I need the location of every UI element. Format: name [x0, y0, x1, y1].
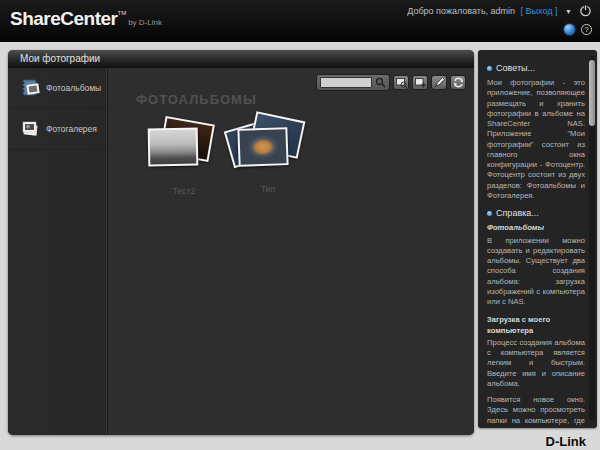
refresh-icon	[453, 77, 464, 88]
dlink-logo: D-Link	[546, 434, 586, 449]
edit-album-button[interactable]	[431, 75, 447, 90]
albums-content: ФОТОАЛЬБОМЫ Тест2 Тип	[108, 68, 474, 435]
logo-tm: TM	[118, 10, 127, 16]
window-body: Фотоальбомы Фотогалерея	[8, 68, 474, 435]
welcome-row: Добро пожаловать, admin [ Выход ] ▼	[407, 6, 572, 16]
bullet-icon	[487, 211, 492, 216]
sidebar-item-photoalbums[interactable]: Фотоальбомы	[8, 68, 107, 109]
language-globe-icon[interactable]	[564, 24, 575, 35]
help-icon[interactable]: ?	[581, 24, 592, 35]
photo-preview-icon	[396, 77, 407, 88]
album-item[interactable]: Тип	[226, 116, 310, 192]
logo-byline: by D-Link	[128, 18, 162, 27]
my-photos-window: Мои фотографии Фотоальбомы Фот	[8, 50, 474, 435]
sidebar-item-label: Фотоальбомы	[46, 83, 101, 93]
help-scrollbar-thumb[interactable]	[589, 60, 595, 126]
help-title: Справка...	[496, 207, 539, 219]
photo-albums-icon	[20, 78, 42, 98]
album-item[interactable]: Тест2	[142, 118, 226, 194]
sidebar-item-photogallery[interactable]: Фотогалерея	[8, 109, 107, 150]
magnifier-icon[interactable]	[375, 77, 386, 88]
album-cover-photo	[237, 127, 288, 167]
chevron-down-icon[interactable]: ▼	[565, 8, 572, 15]
sidebar: Фотоальбомы Фотогалерея	[8, 68, 108, 435]
help-section-body: В приложении можно создавать и редактиро…	[487, 236, 585, 308]
help-panel: Советы... Мои фотографии - это приложени…	[478, 50, 597, 428]
search-box	[316, 74, 390, 91]
refresh-button[interactable]	[450, 75, 466, 90]
help-section-heading: Загрузка с моего компьютера	[487, 315, 585, 336]
preview-album-button[interactable]	[393, 75, 409, 90]
photo-gallery-icon	[20, 119, 42, 139]
pencil-icon	[434, 77, 445, 88]
top-header: ShareCenterTMby D-Link Добро пожаловать,…	[0, 0, 600, 42]
sidebar-item-label: Фотогалерея	[46, 124, 97, 134]
tips-body: Мои фотографии - это приложение, позволя…	[487, 78, 585, 201]
tips-title: Советы...	[496, 62, 535, 74]
album-cover-photo	[148, 128, 199, 167]
logo-text: ShareCenter	[10, 8, 118, 29]
help-section-body: Появится новое окно. Здесь можно просмот…	[487, 395, 585, 428]
power-icon[interactable]	[579, 4, 592, 17]
header-icon-group: ?	[564, 24, 592, 35]
bullet-icon	[487, 66, 492, 71]
logout-link[interactable]: [ Выход ]	[521, 6, 558, 16]
welcome-text: Добро пожаловать, admin	[407, 6, 515, 16]
tab-my-photos[interactable]: Мои фотографии	[8, 50, 474, 68]
add-album-button[interactable]	[412, 75, 428, 90]
help-scrollbar[interactable]	[589, 56, 595, 420]
help-section-body: Процесс создания альбома с компьютера яв…	[487, 338, 585, 389]
toolbar	[316, 74, 466, 91]
search-input[interactable]	[320, 77, 372, 88]
help-section-heading: Фотоальбомы	[487, 223, 585, 233]
content-heading: ФОТОАЛЬБОМЫ	[136, 92, 257, 107]
sharecenter-logo: ShareCenterTMby D-Link	[10, 8, 162, 30]
album-name: Тест2	[142, 186, 226, 196]
help-title-row: Справка...	[487, 207, 585, 219]
tips-title-row: Советы...	[487, 62, 585, 74]
album-name: Тип	[226, 184, 310, 194]
photo-add-icon	[415, 77, 426, 88]
